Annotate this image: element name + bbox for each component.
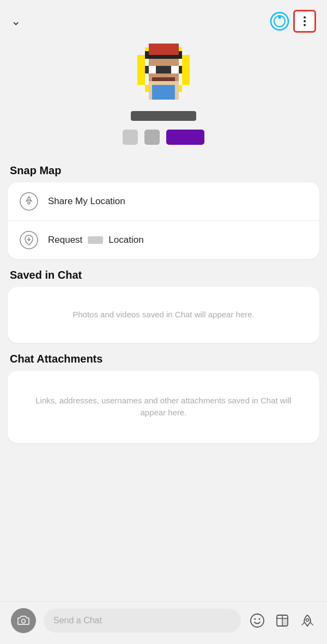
chat-attachments-title: Chat Attachments — [10, 353, 319, 365]
saved-in-chat-title: Saved in Chat — [10, 269, 319, 281]
profile-section — [0, 38, 327, 155]
chat-attachments-card: Links, addresses, usernames and other at… — [8, 371, 319, 443]
sticker-icon[interactable] — [274, 612, 291, 629]
request-location-icon — [19, 230, 39, 250]
top-right-icons — [269, 10, 316, 33]
avatar[interactable] — [134, 44, 193, 103]
badges-row — [123, 130, 204, 145]
svg-rect-13 — [171, 66, 179, 73]
svg-point-24 — [259, 618, 261, 620]
svg-point-21 — [22, 620, 26, 623]
send-chat-input[interactable]: Send a Chat — [44, 609, 241, 633]
bottom-icons — [249, 612, 316, 629]
main-content: Snap Map Share My Location — [0, 164, 327, 492]
svg-rect-12 — [149, 66, 156, 73]
svg-point-23 — [255, 618, 256, 620]
dot2 — [304, 20, 306, 22]
svg-rect-5 — [137, 55, 145, 85]
svg-point-22 — [251, 614, 264, 627]
emoji-icon[interactable] — [249, 612, 266, 629]
username-blurred — [88, 236, 103, 244]
snap-map-card: Share My Location Request Location — [8, 182, 319, 259]
badge-1 — [123, 130, 138, 145]
svg-rect-16 — [152, 85, 174, 100]
request-location-option[interactable]: Request Location — [8, 220, 319, 259]
svg-point-0 — [271, 13, 288, 30]
send-placeholder: Send a Chat — [53, 616, 102, 625]
camera-button[interactable] — [11, 608, 36, 633]
svg-point-18 — [28, 202, 30, 204]
share-location-icon — [19, 191, 39, 212]
chevron-down-icon[interactable]: ⌄ — [11, 14, 21, 28]
profile-name-blurred — [131, 111, 196, 121]
svg-point-17 — [20, 193, 38, 210]
top-bar: ⌄ — [0, 0, 327, 38]
bottom-bar: Send a Chat — [0, 601, 327, 644]
more-options-button[interactable] — [293, 10, 316, 33]
svg-rect-28 — [282, 618, 288, 626]
dot3 — [304, 24, 306, 26]
rocket-icon[interactable] — [299, 612, 316, 629]
svg-rect-10 — [149, 44, 179, 55]
chat-attachments-empty-text: Links, addresses, usernames and other at… — [24, 395, 303, 419]
request-location-label: Request Location — [48, 235, 144, 246]
badge-2 — [144, 130, 160, 145]
badge-purple — [166, 130, 204, 145]
ai-icon[interactable] — [269, 11, 290, 32]
svg-point-2 — [278, 16, 281, 19]
svg-point-29 — [306, 619, 309, 622]
saved-in-chat-empty-text: Photos and videos saved in Chat will app… — [72, 309, 255, 321]
share-location-label: Share My Location — [48, 196, 125, 207]
dot1 — [304, 16, 306, 19]
svg-rect-6 — [182, 55, 190, 85]
share-location-option[interactable]: Share My Location — [8, 182, 319, 220]
saved-in-chat-card: Photos and videos saved in Chat will app… — [8, 287, 319, 343]
snap-map-title: Snap Map — [10, 164, 319, 177]
